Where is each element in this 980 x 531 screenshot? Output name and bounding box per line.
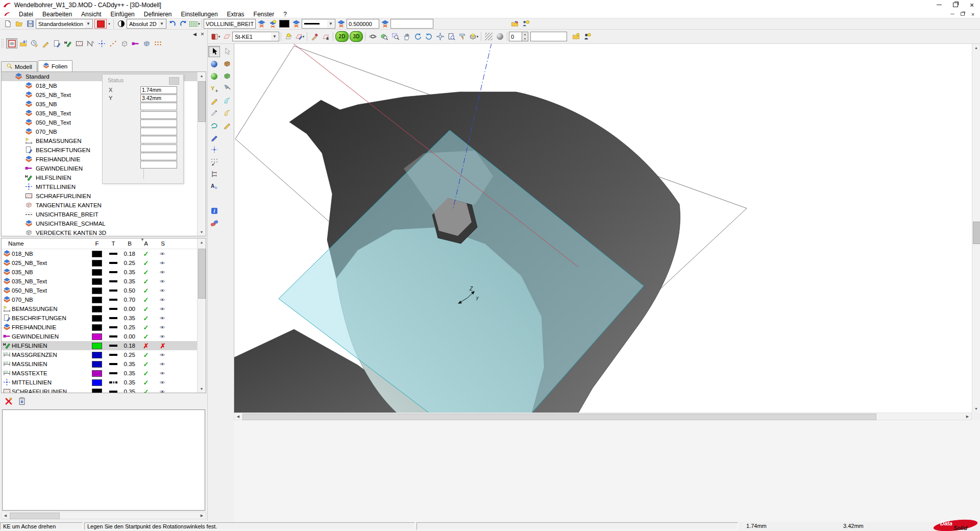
- status-field-value[interactable]: [140, 136, 177, 143]
- layer-visible-cell[interactable]: [154, 260, 172, 266]
- panel-close-button[interactable]: ✕: [199, 31, 206, 37]
- scroll-thumb[interactable]: [973, 222, 980, 244]
- undo-icon[interactable]: [166, 19, 178, 29]
- layer-width-cell[interactable]: 0.35: [121, 370, 138, 376]
- layer-width-cell[interactable]: 0.25: [121, 352, 138, 358]
- pencil-yellow-icon[interactable]: [208, 95, 220, 106]
- sort-indicator-icon[interactable]: ▼: [140, 238, 144, 242]
- tree-scrollbar[interactable]: ▲ ▼: [197, 72, 206, 236]
- status-field-value[interactable]: [140, 153, 177, 160]
- ke-selector-combo[interactable]: St-KE1 ▼: [232, 32, 279, 41]
- table-row[interactable]: BEMASSUNGEN0.00✓: [2, 304, 206, 313]
- table-row[interactable]: BESCHRIFTUNGEN0.35✓: [2, 313, 206, 323]
- snap-grid-icon[interactable]: [208, 156, 220, 167]
- table-row[interactable]: 10MASSTEXTE0.35✓: [2, 369, 206, 378]
- viewport-3d[interactable]: Z y: [234, 44, 972, 413]
- layer-color-cell[interactable]: [89, 379, 105, 386]
- layer-visible-cell[interactable]: [154, 379, 172, 385]
- view-extra-input[interactable]: [530, 32, 567, 41]
- zoom-sheet-icon[interactable]: [446, 32, 457, 42]
- menu-extras[interactable]: Extras: [223, 10, 249, 18]
- layer-color-cell[interactable]: [89, 343, 105, 349]
- rot-right-icon[interactable]: [423, 32, 434, 42]
- bulb-plane-icon[interactable]: [283, 32, 294, 42]
- layer-linetype-cell[interactable]: [105, 354, 121, 356]
- pen-eraser-icon[interactable]: [309, 32, 320, 42]
- layer-width-cell[interactable]: 0.25: [121, 260, 138, 266]
- viewport-horizontal-scrollbar[interactable]: ◀ ▶: [234, 413, 972, 420]
- column-header-t[interactable]: T: [105, 240, 121, 247]
- scroll-right-icon[interactable]: ▶: [964, 413, 971, 420]
- spinner-down-icon[interactable]: ▼: [522, 37, 528, 41]
- layer-visible-cell[interactable]: [154, 315, 172, 321]
- menu-datei[interactable]: Datei: [14, 10, 38, 18]
- scroll-left-icon[interactable]: ◀: [234, 413, 242, 420]
- info-icon[interactable]: i: [208, 205, 220, 216]
- menu-?[interactable]: ?: [279, 10, 291, 18]
- ab-text-icon[interactable]: Ab: [208, 181, 220, 192]
- scroll-thumb[interactable]: [198, 249, 206, 299]
- plane-pink-icon[interactable]: [221, 32, 232, 42]
- new-file-icon[interactable]: [2, 19, 13, 29]
- layer-width-cell[interactable]: 0.00: [121, 306, 138, 312]
- line-style-combo[interactable]: ▼: [302, 19, 335, 29]
- tree-item[interactable]: TANGENTIALE KANTEN: [2, 201, 198, 210]
- angle-spinner-input[interactable]: [509, 32, 522, 41]
- table-row[interactable]: 018_NB0.18✓: [2, 249, 206, 258]
- angle-spinner[interactable]: ▲▼: [509, 32, 528, 41]
- plane-pen-icon[interactable]: ▾: [294, 32, 305, 42]
- layer-width-cell[interactable]: 0.35: [121, 361, 138, 367]
- layer-linetype-cell[interactable]: [105, 381, 121, 383]
- scroll-thumb[interactable]: [10, 513, 60, 519]
- select-add-icon[interactable]: [221, 46, 233, 57]
- layer-linetype-cell[interactable]: [105, 253, 121, 255]
- table-row[interactable]: SCHRAFFURLINIEN0.35✓: [2, 387, 206, 393]
- bolt-icon[interactable]: [130, 38, 141, 49]
- layer-linetype-cell[interactable]: [105, 317, 121, 319]
- pencil-yellow-icon[interactable]: [40, 38, 51, 49]
- table-row[interactable]: 10MASSGRENZEN0.25✓: [2, 350, 206, 359]
- layer-linetype-cell[interactable]: [105, 262, 121, 264]
- cube-brown-icon[interactable]: [221, 58, 233, 69]
- layer-color-cell[interactable]: [89, 352, 105, 358]
- scroll-down-icon[interactable]: ▼: [198, 228, 206, 236]
- layer-history-icon[interactable]: [29, 38, 40, 49]
- status-popup[interactable]: Status X1.74mmY3.42mm: [102, 74, 184, 184]
- status-field-value[interactable]: [140, 111, 177, 119]
- scroll-thumb[interactable]: [198, 81, 206, 122]
- coordinate-mode-combo[interactable]: Absolut 2D ▼: [127, 19, 166, 29]
- layer-visible-cell[interactable]: [154, 251, 172, 257]
- layer-color-cell[interactable]: [89, 333, 105, 340]
- tree-item[interactable]: UNSICHTBARE_BREIT: [2, 210, 198, 219]
- save-icon[interactable]: [24, 19, 36, 29]
- layer-visible-cell[interactable]: [154, 306, 172, 312]
- open-file-icon[interactable]: [13, 19, 24, 29]
- render-box-icon[interactable]: ▾: [468, 32, 479, 42]
- hand-icon[interactable]: [401, 32, 412, 42]
- layer-width-cell[interactable]: 0.35: [121, 389, 138, 393]
- zoom-dyn-icon[interactable]: [434, 32, 446, 42]
- layer-apply-icon[interactable]: [290, 19, 302, 29]
- table-row[interactable]: 035_NB0.35✓: [2, 268, 206, 277]
- layer-width-cell[interactable]: 0.70: [121, 297, 138, 303]
- sphere-icon[interactable]: [494, 32, 505, 42]
- tree-item[interactable]: VERDECKTE KANTEN 3D: [2, 228, 198, 236]
- layer-color-cell[interactable]: [89, 324, 105, 331]
- table-row[interactable]: 10MASSLINIEN0.35✓: [2, 359, 206, 369]
- solid-box-icon[interactable]: [141, 38, 152, 49]
- layer-linetype-cell[interactable]: [105, 372, 121, 374]
- tree-item[interactable]: SCHRAFFURLINIEN: [2, 191, 198, 201]
- paste-icon[interactable]: [16, 396, 28, 406]
- layer-active-cell[interactable]: ✓: [138, 351, 154, 359]
- panel-notes-area[interactable]: [2, 409, 205, 511]
- knife-icon[interactable]: [208, 107, 220, 118]
- sweep-yellow-icon[interactable]: [221, 107, 233, 118]
- layer-visible-cell[interactable]: [154, 324, 172, 330]
- layer-color-cell[interactable]: [89, 278, 105, 285]
- menu-ansicht[interactable]: Ansicht: [77, 10, 106, 18]
- layer-visible-cell[interactable]: [154, 297, 172, 303]
- menu-einfgen[interactable]: Einfügen: [106, 10, 139, 18]
- layer-visible-cell[interactable]: [154, 361, 172, 367]
- mdi-minimize-button[interactable]: [949, 12, 957, 17]
- scroll-up-icon[interactable]: ▲: [972, 44, 980, 52]
